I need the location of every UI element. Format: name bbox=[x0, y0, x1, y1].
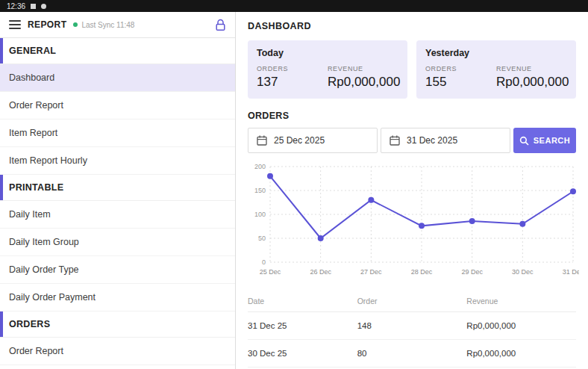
page-title: DASHBOARD bbox=[248, 21, 576, 31]
sidebar-section-orders: ORDERS bbox=[0, 311, 235, 338]
svg-text:31 Dec: 31 Dec bbox=[563, 268, 579, 276]
stat-label: ORDERS bbox=[425, 65, 496, 72]
today-orders-value: 137 bbox=[257, 75, 328, 90]
stat-label: ORDERS bbox=[257, 65, 328, 72]
sidebar-item-daily-order-type[interactable]: Daily Order Type bbox=[0, 256, 235, 284]
col-header-revenue: Revenue bbox=[466, 297, 576, 306]
today-revenue-value: Rp0,000,000 bbox=[328, 75, 398, 90]
orders-line-chart: 05010015020025 Dec26 Dec27 Dec28 Dec29 D… bbox=[248, 159, 576, 288]
last-sync-label: Last Sync 11:48 bbox=[81, 21, 134, 29]
sidebar-nav: GENERALDashboardOrder ReportItem ReportI… bbox=[0, 38, 235, 369]
table-row[interactable]: 30 Dec 2580Rp0,000,000 bbox=[248, 340, 576, 368]
calendar-icon bbox=[390, 135, 400, 146]
yesterday-card: Yesterday ORDERS 155 REVENUE Rp0,000,000 bbox=[416, 40, 576, 99]
sidebar-header: REPORT Last Sync 11:48 bbox=[0, 12, 235, 38]
stat-label: REVENUE bbox=[496, 65, 567, 72]
app-window: REPORT Last Sync 11:48 GENERALDashboardO… bbox=[0, 12, 588, 369]
sidebar-section-printable: PRINTABLE bbox=[0, 175, 235, 201]
status-circle-icon bbox=[41, 4, 46, 9]
svg-text:25 Dec: 25 Dec bbox=[260, 268, 281, 276]
date-from-value: 25 Dec 2025 bbox=[274, 135, 325, 146]
app-title: REPORT bbox=[28, 19, 66, 30]
today-revenue-stat: REVENUE Rp0,000,000 bbox=[328, 65, 398, 90]
sidebar-item-order-report[interactable]: Order Report bbox=[0, 92, 235, 120]
svg-text:29 Dec: 29 Dec bbox=[461, 268, 483, 276]
card-title: Today bbox=[257, 48, 398, 58]
svg-text:30 Dec: 30 Dec bbox=[512, 268, 534, 276]
table-row[interactable]: 31 Dec 25148Rp0,000,000 bbox=[248, 312, 576, 340]
table-body: 31 Dec 25148Rp0,000,00030 Dec 2580Rp0,00… bbox=[248, 312, 576, 368]
status-square-icon bbox=[31, 4, 36, 9]
sidebar-item-order-report[interactable]: Order Report bbox=[0, 338, 235, 365]
yesterday-revenue-value: Rp0,000,000 bbox=[496, 75, 567, 90]
sidebar: REPORT Last Sync 11:48 GENERALDashboardO… bbox=[0, 12, 236, 369]
table-cell: 31 Dec 25 bbox=[248, 321, 357, 330]
col-header-order: Order bbox=[357, 297, 467, 306]
search-button-label: SEARCH bbox=[534, 136, 570, 145]
orders-table: Date Order Revenue 31 Dec 25148Rp0,000,0… bbox=[248, 291, 576, 368]
main-content: DASHBOARD Today ORDERS 137 REVENUE Rp0,0… bbox=[236, 12, 588, 369]
svg-text:200: 200 bbox=[254, 163, 266, 170]
lock-icon[interactable] bbox=[215, 19, 226, 31]
svg-text:50: 50 bbox=[258, 235, 266, 242]
search-icon bbox=[519, 136, 529, 146]
orders-section-title: ORDERS bbox=[248, 111, 576, 121]
summary-cards: Today ORDERS 137 REVENUE Rp0,000,000 Yes… bbox=[248, 40, 576, 99]
calendar-icon bbox=[257, 135, 267, 146]
table-cell: Rp0,000,000 bbox=[466, 321, 576, 330]
sidebar-item-item-report[interactable]: Item Report bbox=[0, 120, 235, 147]
table-cell: Rp0,000,000 bbox=[466, 349, 576, 358]
status-bar: 12:36 bbox=[0, 0, 588, 12]
today-orders-stat: ORDERS 137 bbox=[257, 65, 328, 90]
table-cell: 148 bbox=[357, 321, 467, 330]
date-to-input[interactable]: 31 Dec 2025 bbox=[381, 128, 510, 153]
sidebar-item-daily-item[interactable]: Daily Item bbox=[0, 201, 235, 229]
sidebar-item-dashboard[interactable]: Dashboard bbox=[0, 64, 235, 92]
sidebar-item-daily-order-payment[interactable]: Daily Order Payment bbox=[0, 284, 235, 311]
sidebar-item-daily-item-group[interactable]: Daily Item Group bbox=[0, 229, 235, 256]
table-cell: 80 bbox=[357, 349, 467, 358]
search-button[interactable]: SEARCH bbox=[513, 128, 576, 153]
col-header-date: Date bbox=[248, 297, 357, 306]
date-filter-row: 25 Dec 2025 31 Dec 2025 bbox=[248, 128, 576, 153]
status-time: 12:36 bbox=[7, 2, 25, 10]
date-from-input[interactable]: 25 Dec 2025 bbox=[248, 128, 378, 153]
table-header-row: Date Order Revenue bbox=[248, 291, 576, 312]
sidebar-item-item-report-hourly[interactable]: Item Report Hourly bbox=[0, 147, 235, 175]
today-card: Today ORDERS 137 REVENUE Rp0,000,000 bbox=[248, 40, 407, 99]
svg-text:0: 0 bbox=[262, 258, 266, 266]
svg-text:26 Dec: 26 Dec bbox=[310, 268, 331, 276]
svg-text:100: 100 bbox=[254, 211, 266, 218]
sync-status-dot bbox=[73, 22, 78, 27]
hamburger-menu-icon[interactable] bbox=[9, 20, 21, 29]
chart-canvas: 05010015020025 Dec26 Dec27 Dec28 Dec29 D… bbox=[248, 159, 579, 285]
table-cell: 30 Dec 25 bbox=[248, 349, 357, 358]
yesterday-orders-value: 155 bbox=[425, 75, 496, 90]
stat-label: REVENUE bbox=[328, 65, 398, 72]
yesterday-revenue-stat: REVENUE Rp0,000,000 bbox=[496, 65, 567, 90]
svg-text:150: 150 bbox=[254, 187, 266, 194]
sidebar-section-general: GENERAL bbox=[0, 38, 235, 64]
svg-text:27 Dec: 27 Dec bbox=[360, 268, 382, 276]
card-title: Yesterday bbox=[425, 48, 567, 58]
svg-text:28 Dec: 28 Dec bbox=[411, 268, 433, 276]
last-sync-status: Last Sync 11:48 bbox=[73, 21, 134, 29]
sidebar-item-rating-report[interactable]: Rating Report bbox=[0, 365, 235, 369]
yesterday-orders-stat: ORDERS 155 bbox=[425, 65, 496, 90]
date-to-value: 31 Dec 2025 bbox=[407, 135, 457, 146]
